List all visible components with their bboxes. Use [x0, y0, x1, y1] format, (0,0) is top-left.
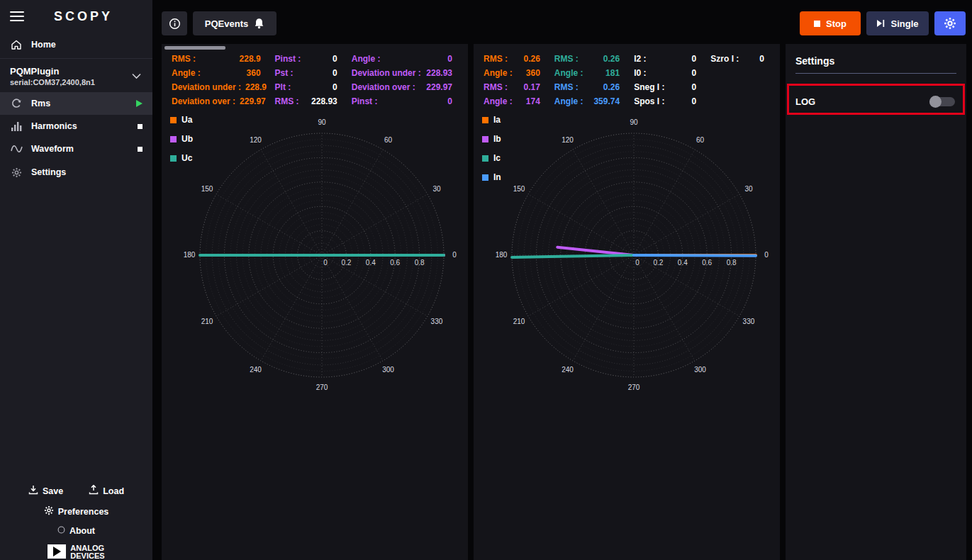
stat-label: I0 :	[634, 68, 646, 78]
legend-swatch	[482, 136, 488, 142]
preferences-button[interactable]: Preferences	[0, 501, 152, 522]
legend-item-ub[interactable]: Ub	[170, 134, 193, 144]
stat-cell: RMS :228.9	[167, 52, 271, 66]
stat-label: Angle :	[554, 68, 583, 78]
stat-label: Angle :	[554, 96, 583, 106]
legend-swatch	[482, 155, 488, 162]
legend-label: Ic	[493, 153, 501, 163]
angle-tick-label: 240	[562, 366, 574, 374]
stat-value: 0.26	[603, 82, 620, 92]
scopy-logo: SCOPY	[24, 9, 143, 24]
radial-tick-label: 0.4	[366, 259, 376, 267]
stat-label: RMS :	[484, 54, 508, 64]
sidebar-item-rms[interactable]: Rms	[0, 92, 152, 115]
stat-label: Sneg I :	[634, 82, 664, 92]
stat-value: 0	[692, 82, 697, 92]
angle-tick-label: 0	[452, 251, 457, 259]
hamburger-menu-icon[interactable]	[10, 11, 24, 21]
about-button[interactable]: About	[0, 522, 152, 540]
stat-cell: Angle :360	[167, 66, 271, 80]
legend-swatch	[170, 117, 177, 123]
legend-item-ia[interactable]: Ia	[482, 115, 501, 125]
stat-label: RMS :	[484, 82, 508, 92]
radial-tick-label: 0	[323, 259, 328, 267]
panel-settings-button[interactable]	[934, 11, 966, 35]
single-button[interactable]: Single	[866, 11, 929, 35]
radial-tick-label: 0	[635, 259, 639, 267]
radial-tick-label: 0.6	[702, 259, 712, 267]
stat-value: 174	[526, 96, 540, 106]
stopped-indicator-icon[interactable]	[138, 147, 143, 152]
stat-cell: RMS :228.93	[271, 94, 347, 108]
stop-button[interactable]: Stop	[800, 11, 861, 35]
angle-tick-label: 150	[201, 185, 213, 193]
stat-cell: Deviation under :228.9	[167, 80, 271, 94]
scroll-indicator[interactable]	[164, 46, 225, 50]
stat-value: 360	[526, 68, 540, 78]
log-setting-row: LOG	[795, 91, 955, 112]
stat-cell: Angle :359.74	[550, 94, 630, 108]
stat-cell: Pinst :0	[347, 94, 462, 108]
angle-tick-label: 30	[432, 185, 441, 193]
stat-cell: Deviation under :228.93	[347, 66, 462, 80]
info-button[interactable]	[162, 11, 187, 35]
save-button[interactable]: Save	[28, 485, 63, 497]
sidebar-item-harmonics[interactable]: Harmonics	[0, 115, 152, 138]
log-label: LOG	[795, 96, 815, 107]
ic-phasor	[512, 255, 634, 257]
brand-line-2: DEVICES	[70, 552, 104, 560]
stat-value: 181	[605, 68, 620, 78]
voltage-stats: RMS :228.9Pinst :0Angle :0Angle :360Pst …	[167, 52, 462, 108]
in-phasor	[634, 255, 756, 256]
stat-value: 0.26	[603, 54, 620, 64]
pqevents-label: PQEvents	[205, 18, 248, 29]
gear-icon	[10, 166, 23, 179]
settings-panel-title: Settings	[795, 55, 834, 67]
angle-tick-label: 150	[513, 185, 525, 193]
radial-tick-label: 0.8	[727, 259, 737, 267]
voltage-polar-chart: 030609012015018021024027030033000.20.40.…	[162, 106, 468, 401]
angle-tick-label: 60	[384, 136, 393, 144]
stat-cell	[706, 80, 774, 94]
legend-swatch	[482, 117, 488, 123]
stat-value: 0	[333, 54, 337, 64]
stat-value: 228.93	[311, 96, 337, 106]
legend-item-ib[interactable]: Ib	[482, 134, 501, 144]
log-toggle[interactable]	[929, 97, 955, 106]
toggle-knob[interactable]	[929, 96, 942, 108]
chevron-down-icon[interactable]	[130, 70, 143, 83]
stat-cell: Pst :0	[271, 66, 347, 80]
legend-item-in[interactable]: In	[482, 172, 501, 182]
stat-value: 359.74	[593, 96, 620, 106]
stat-label: Angle :	[484, 96, 513, 106]
legend-label: Uc	[181, 153, 192, 163]
stat-label: Spos I :	[634, 96, 664, 106]
running-indicator-icon[interactable]	[136, 100, 143, 107]
sidebar-item-waveform[interactable]: Waveform	[0, 138, 152, 160]
stat-label: Deviation under :	[352, 68, 421, 78]
analog-devices-logo: ANALOG DEVICES	[0, 540, 152, 560]
stat-label: I2 :	[634, 54, 646, 64]
settings-title-underline	[795, 73, 956, 74]
stat-value: 228.93	[426, 68, 452, 78]
radial-tick-label: 0.2	[341, 259, 351, 267]
angle-tick-label: 0	[764, 251, 769, 259]
legend-item-ic[interactable]: Ic	[482, 153, 501, 163]
pqevents-button[interactable]: PQEvents	[193, 11, 276, 35]
legend-item-uc[interactable]: Uc	[170, 153, 193, 163]
legend-item-ua[interactable]: Ua	[170, 115, 193, 125]
load-button[interactable]: Load	[89, 485, 124, 497]
stopped-indicator-icon[interactable]	[138, 124, 143, 129]
stat-cell	[706, 66, 774, 80]
stat-label: Pinst :	[352, 96, 378, 106]
rms-tool-icon	[10, 97, 23, 110]
sidebar-item-home[interactable]: Home	[0, 33, 152, 57]
stat-label: Angle :	[172, 68, 201, 78]
angle-tick-label: 330	[743, 318, 755, 325]
sidebar-item-settings[interactable]: Settings	[0, 160, 152, 184]
radial-tick-label: 0.8	[415, 259, 425, 267]
stat-cell: Angle :360	[479, 66, 550, 80]
current-polar-chart: 030609012015018021024027030033000.20.40.…	[474, 106, 780, 401]
sidebar-item-pqmplugin[interactable]: PQMPlugin serial:COM37,2400,8n1	[0, 60, 152, 92]
sidebar-header: SCOPY	[0, 0, 152, 33]
